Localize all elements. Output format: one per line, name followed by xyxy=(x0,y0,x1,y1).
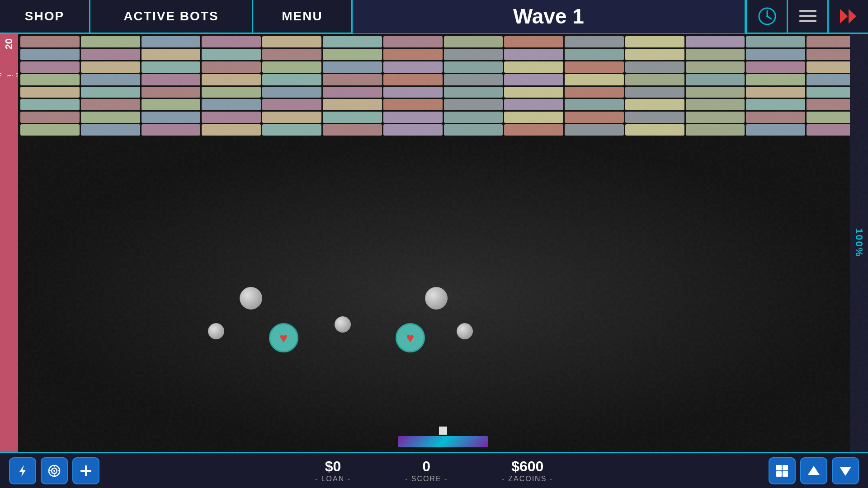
brick xyxy=(20,99,80,110)
brick xyxy=(323,61,382,73)
brick xyxy=(444,124,503,136)
grid-icon xyxy=(775,464,789,478)
brick xyxy=(383,124,443,136)
brick xyxy=(323,112,382,123)
clock-button[interactable] xyxy=(746,0,787,33)
zacoins-label: - ZACOINS - xyxy=(502,475,553,483)
svg-marker-7 xyxy=(840,9,847,23)
brick xyxy=(383,87,443,98)
brick xyxy=(383,49,443,60)
zacoins-stat: $600 - ZACOINS - xyxy=(502,458,553,483)
brick xyxy=(565,49,624,60)
brick xyxy=(625,124,684,136)
brick xyxy=(323,74,382,85)
footer: $0 - LOAN - 0 - SCORE - $600 - ZACOINS - xyxy=(0,452,868,488)
plus-icon xyxy=(79,464,93,478)
svg-rect-5 xyxy=(799,15,816,17)
wave-title: Wave 1 xyxy=(353,0,746,33)
header: SHOP ACTIVE BOTS MENU Wave 1 xyxy=(0,0,868,34)
brick xyxy=(202,99,261,110)
brick xyxy=(202,124,261,136)
active-bots-button[interactable]: ACTIVE BOTS xyxy=(90,0,253,33)
brick xyxy=(746,87,805,98)
footer-btn-3[interactable] xyxy=(72,457,99,484)
svg-rect-22 xyxy=(783,471,788,477)
loan-stat: $0 - LOAN - xyxy=(315,458,351,483)
paddle-ball xyxy=(439,427,447,435)
brick xyxy=(142,87,201,98)
brick xyxy=(142,74,201,85)
brick xyxy=(746,61,805,73)
brick xyxy=(504,112,563,123)
footer-btn-1[interactable] xyxy=(9,457,36,484)
brick xyxy=(746,74,805,85)
heart-ball-2 xyxy=(396,323,425,352)
clock-icon xyxy=(758,7,777,26)
brick xyxy=(565,124,624,136)
brick xyxy=(262,74,321,85)
brick xyxy=(81,87,140,98)
paddle xyxy=(398,436,488,447)
brick xyxy=(625,49,684,60)
percentage-label: 100% xyxy=(853,228,865,257)
right-sidebar: 100% xyxy=(850,34,868,452)
shop-button[interactable]: SHOP xyxy=(0,0,90,33)
footer-right xyxy=(769,457,859,484)
brick xyxy=(746,49,805,60)
brick xyxy=(746,124,805,136)
game-canvas[interactable] xyxy=(18,34,868,452)
brick xyxy=(81,49,140,60)
down-arrow-icon xyxy=(839,464,852,478)
svg-marker-8 xyxy=(849,9,856,23)
fast-forward-button[interactable] xyxy=(827,0,868,33)
brick xyxy=(383,36,443,47)
svg-marker-9 xyxy=(19,465,26,477)
footer-btn-4[interactable] xyxy=(769,457,796,484)
brick xyxy=(686,99,745,110)
score-label: - SCORE - xyxy=(405,475,448,483)
footer-left xyxy=(9,457,99,484)
brick xyxy=(686,87,745,98)
svg-point-3 xyxy=(766,15,768,17)
brick xyxy=(444,112,503,123)
svg-rect-20 xyxy=(783,465,788,470)
score-value: 0 xyxy=(422,458,430,475)
brick xyxy=(20,112,80,123)
svg-marker-23 xyxy=(808,466,820,475)
brick xyxy=(20,87,80,98)
brick xyxy=(444,87,503,98)
brick xyxy=(686,74,745,85)
svg-rect-6 xyxy=(799,20,816,22)
brick xyxy=(746,36,805,47)
svg-rect-21 xyxy=(776,471,782,477)
brick xyxy=(323,124,382,136)
brick xyxy=(686,112,745,123)
brick xyxy=(20,124,80,136)
brick xyxy=(444,61,503,73)
brick xyxy=(262,61,321,73)
brick xyxy=(686,49,745,60)
brick xyxy=(262,49,321,60)
brick xyxy=(504,61,563,73)
footer-btn-6[interactable] xyxy=(832,457,859,484)
footer-btn-5[interactable] xyxy=(800,457,827,484)
brick xyxy=(444,49,503,60)
heart-ball-1 xyxy=(269,323,298,352)
zacoins-value: $600 xyxy=(511,458,543,475)
hamburger-button[interactable] xyxy=(787,0,827,33)
lightning-icon xyxy=(16,464,29,478)
menu-button[interactable]: MENU xyxy=(253,0,353,33)
ball-2 xyxy=(425,287,448,310)
brick xyxy=(262,36,321,47)
brick xyxy=(20,61,80,73)
brick xyxy=(202,112,261,123)
brick xyxy=(323,49,382,60)
svg-point-12 xyxy=(53,470,55,472)
brick xyxy=(565,112,624,123)
brick xyxy=(262,99,321,110)
brick xyxy=(565,87,624,98)
brick xyxy=(383,74,443,85)
brick xyxy=(262,112,321,123)
up-arrow-icon xyxy=(807,464,821,478)
footer-btn-2[interactable] xyxy=(41,457,68,484)
